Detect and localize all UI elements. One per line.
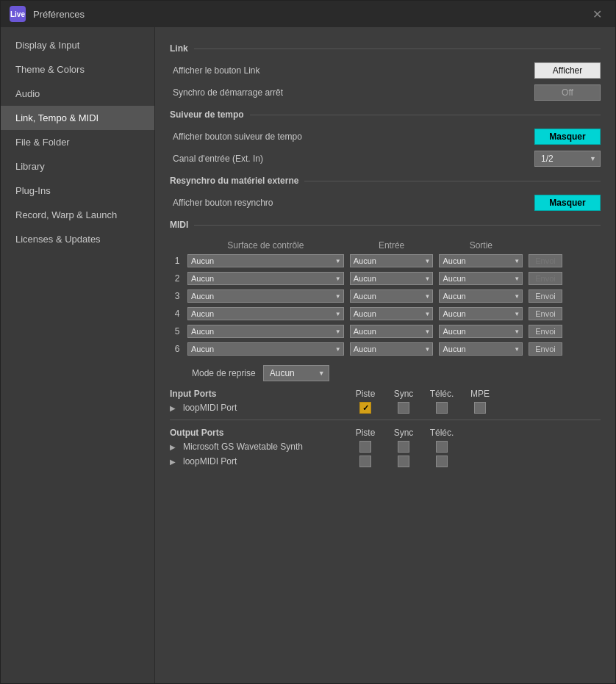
suiveur-section-header: Suiveur de tempo: [170, 109, 601, 120]
midi-select-wrap-surface-3: Aucun: [187, 289, 344, 303]
midi-select-wrap-entree-2: Aucun: [350, 272, 434, 285]
output-ports-col-headers: Piste Sync Téléc.: [346, 428, 601, 438]
midi-cell-entree-3: Aucun: [347, 287, 437, 305]
output-port-name-2: loopMIDI Port: [183, 456, 346, 467]
output-checkbox-telec-2[interactable]: [436, 456, 448, 467]
midi-envoi-btn-3[interactable]: Envoi: [529, 289, 562, 303]
afficher-resynchro-btn[interactable]: Masquer: [534, 195, 601, 211]
midi-select-wrap-sortie-5: Aucun: [439, 325, 523, 338]
canal-entree-label: Canal d'entrée (Ext. In): [173, 154, 534, 164]
midi-envoi-btn-6[interactable]: Envoi: [529, 342, 562, 356]
midi-select-entree-6[interactable]: Aucun: [350, 342, 434, 356]
input-col-mpe: MPE: [461, 389, 499, 399]
afficher-resynchro-row: Afficher bouton resynchro Masquer: [170, 195, 601, 211]
midi-select-wrap-sortie-4: Aucun: [439, 307, 523, 320]
midi-select-surface-1[interactable]: Aucun: [187, 254, 344, 267]
midi-select-entree-5[interactable]: Aucun: [350, 325, 434, 338]
mode-reprise-select[interactable]: Aucun: [263, 365, 329, 381]
midi-row-4: 4AucunAucunAucunEnvoi: [170, 305, 601, 323]
output-checkbox-sync-2[interactable]: [398, 456, 409, 467]
midi-cell-entree-4: Aucun: [347, 305, 437, 323]
sidebar-item-file-folder[interactable]: File & Folder: [1, 130, 154, 154]
canal-entree-row: Canal d'entrée (Ext. In) 1/2 1 2 3/4: [170, 151, 601, 167]
synchro-demarrage-btn[interactable]: Off: [534, 84, 601, 101]
midi-row-2: 2AucunAucunAucunEnvoi: [170, 270, 601, 287]
sidebar-item-theme-colors[interactable]: Theme & Colors: [1, 57, 154, 82]
input-checkbox-piste[interactable]: [359, 402, 371, 414]
midi-select-wrap-surface-5: Aucun: [187, 325, 344, 338]
canal-entree-select[interactable]: 1/2 1 2 3/4: [534, 151, 601, 167]
link-section-line: [194, 48, 601, 49]
midi-select-wrap-surface-4: Aucun: [187, 307, 344, 320]
main-content: Display & Input Theme & Colors Audio Lin…: [1, 27, 615, 683]
midi-select-sortie-5[interactable]: Aucun: [439, 325, 523, 338]
midi-select-sortie-2[interactable]: Aucun: [439, 272, 523, 285]
close-button[interactable]: ✕: [588, 4, 606, 24]
afficher-resynchro-label: Afficher bouton resynchro: [173, 198, 534, 208]
output-check-piste-1: [346, 441, 384, 453]
midi-select-surface-6[interactable]: Aucun: [187, 342, 344, 356]
sidebar-item-licenses-updates[interactable]: Licenses & Updates: [1, 227, 154, 251]
midi-envoi-cell-6: Envoi: [526, 340, 601, 358]
midi-select-surface-3[interactable]: Aucun: [187, 289, 344, 303]
output-checkbox-sync-1[interactable]: [398, 441, 409, 453]
input-checkbox-sync[interactable]: [398, 402, 409, 414]
midi-envoi-btn-1[interactable]: Envoi: [529, 254, 562, 267]
midi-select-sortie-4[interactable]: Aucun: [439, 307, 523, 320]
input-col-telec: Téléc.: [423, 389, 461, 399]
output-col-piste: Piste: [346, 428, 384, 438]
midi-cell-sortie-2: Aucun: [436, 270, 526, 287]
mode-reprise-label: Mode de reprise: [192, 368, 256, 378]
midi-select-surface-5[interactable]: Aucun: [187, 325, 344, 338]
sidebar-item-display-input[interactable]: Display & Input: [1, 33, 154, 57]
window-title: Préférences: [33, 9, 85, 20]
input-ports-title: Input Ports: [170, 389, 346, 399]
afficher-bouton-link-btn[interactable]: Afficher: [534, 62, 601, 79]
midi-cell-sortie-5: Aucun: [436, 323, 526, 340]
input-check-telec: [423, 402, 461, 414]
midi-select-sortie-1[interactable]: Aucun: [439, 254, 523, 267]
midi-section-header: MIDI: [170, 220, 601, 230]
sidebar-item-plug-ins[interactable]: Plug-Ins: [1, 179, 154, 203]
sidebar-item-record-warp[interactable]: Record, Warp & Launch: [1, 203, 154, 227]
synchro-demarrage-label: Synchro de démarrage arrêt: [173, 87, 534, 98]
midi-select-sortie-3[interactable]: Aucun: [439, 289, 523, 303]
midi-envoi-btn-5[interactable]: Envoi: [529, 325, 562, 338]
midi-cell-entree-5: Aucun: [347, 323, 437, 340]
midi-select-sortie-6[interactable]: Aucun: [439, 342, 523, 356]
midi-select-wrap-entree-4: Aucun: [350, 307, 434, 320]
output-checkbox-piste-1[interactable]: [359, 441, 371, 453]
midi-envoi-btn-2[interactable]: Envoi: [529, 272, 562, 285]
afficher-suiveur-btn[interactable]: Masquer: [534, 129, 601, 145]
midi-select-entree-3[interactable]: Aucun: [350, 289, 434, 303]
midi-section-label: MIDI: [170, 220, 188, 230]
midi-select-surface-2[interactable]: Aucun: [187, 272, 344, 285]
midi-cell-surface-4: Aucun: [185, 305, 347, 323]
sidebar-item-link-tempo-midi[interactable]: Link, Tempo & MIDI: [1, 106, 154, 130]
input-checkbox-telec[interactable]: [436, 402, 448, 414]
titlebar: Live Préférences ✕: [1, 1, 615, 27]
midi-cell-surface-5: Aucun: [185, 323, 347, 340]
ports-divider: [170, 420, 601, 420]
col-header-sortie: Sortie: [436, 239, 526, 252]
midi-select-wrap-sortie-1: Aucun: [439, 254, 523, 267]
sidebar-item-library[interactable]: Library: [1, 154, 154, 179]
midi-envoi-cell-4: Envoi: [526, 305, 601, 323]
midi-envoi-btn-4[interactable]: Envoi: [529, 307, 562, 320]
midi-cell-entree-1: Aucun: [347, 252, 437, 270]
sidebar-item-audio[interactable]: Audio: [1, 82, 154, 106]
input-port-checks-1: [346, 402, 499, 414]
midi-select-wrap-entree-1: Aucun: [350, 254, 434, 267]
output-ports-section: Output Ports Piste Sync Téléc. ▶ Microso…: [170, 428, 601, 467]
midi-select-surface-4[interactable]: Aucun: [187, 307, 344, 320]
output-ports-header: Output Ports Piste Sync Téléc.: [170, 428, 601, 438]
output-checkbox-telec-1[interactable]: [436, 441, 448, 453]
midi-select-entree-2[interactable]: Aucun: [350, 272, 434, 285]
output-checkbox-piste-2[interactable]: [359, 456, 371, 467]
sidebar: Display & Input Theme & Colors Audio Lin…: [1, 27, 155, 683]
midi-table: Surface de contrôle Entrée Sortie 1Aucun…: [170, 239, 601, 358]
midi-select-entree-1[interactable]: Aucun: [350, 254, 434, 267]
output-port-name-1: Microsoft GS Wavetable Synth: [183, 442, 346, 452]
input-checkbox-mpe[interactable]: [474, 402, 486, 414]
midi-select-entree-4[interactable]: Aucun: [350, 307, 434, 320]
